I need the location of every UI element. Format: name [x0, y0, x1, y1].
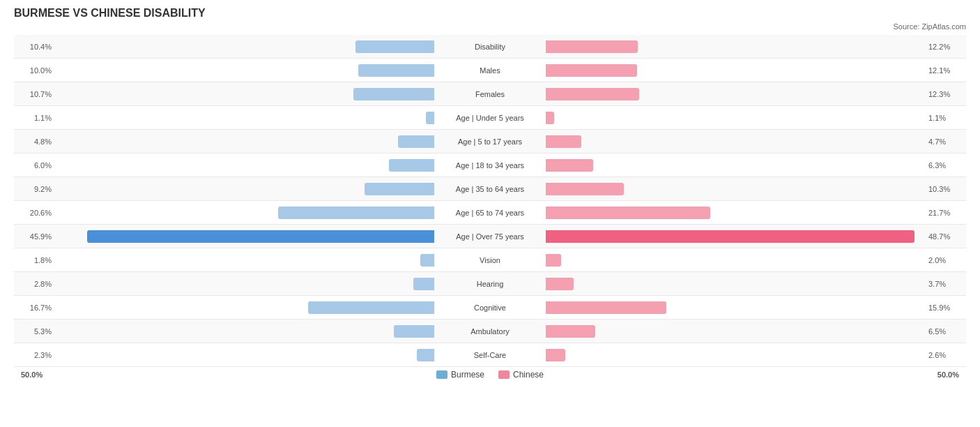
- bar-right-value: 6.5%: [924, 327, 966, 336]
- bar-left: [413, 278, 434, 290]
- bar-right-container: [546, 64, 924, 77]
- bar-right: [546, 278, 574, 290]
- chart-area: 10.4%Disability12.2%10.0%Males12.1%10.7%…: [14, 35, 966, 367]
- bar-right: [546, 112, 554, 124]
- bar-right-container: [546, 230, 924, 243]
- source-text: Source: ZipAtlas.com: [14, 22, 966, 31]
- bar-left-value: 45.9%: [14, 232, 56, 241]
- bar-left-container: [56, 88, 434, 100]
- bar-left: [389, 159, 434, 172]
- table-row: 16.7%Cognitive15.9%: [14, 296, 966, 320]
- bar-right: [546, 349, 565, 361]
- bar-right-container: [546, 88, 924, 100]
- bar-right-container: [546, 112, 924, 124]
- bar-left-value: 20.6%: [14, 209, 56, 217]
- bar-right-container: [546, 325, 924, 338]
- bar-right-value: 2.0%: [924, 256, 966, 264]
- bar-right-value: 6.3%: [924, 161, 966, 170]
- bar-label: Vision: [434, 256, 546, 264]
- bar-left: [394, 325, 434, 338]
- footer-left-value: 50.0%: [21, 370, 43, 379]
- bar-right-container: [546, 135, 924, 148]
- table-row: 10.4%Disability12.2%: [14, 35, 966, 59]
- table-row: 10.0%Males12.1%: [14, 59, 966, 82]
- burmese-legend-label: Burmese: [451, 370, 484, 380]
- table-row: 2.8%Hearing3.7%: [14, 272, 966, 296]
- bar-right-value: 12.1%: [924, 66, 966, 75]
- bar-right-value: 10.3%: [924, 185, 966, 193]
- bar-right-value: 12.2%: [924, 43, 966, 51]
- bar-right-container: [546, 349, 924, 361]
- chinese-legend-icon: [498, 370, 510, 379]
- bar-label: Hearing: [434, 280, 546, 288]
- bar-right: [546, 230, 914, 243]
- bar-left: [420, 254, 434, 267]
- bar-left-value: 1.1%: [14, 114, 56, 122]
- bar-right-value: 12.3%: [924, 90, 966, 98]
- bar-left: [365, 183, 434, 195]
- bar-right: [546, 325, 595, 338]
- burmese-legend-icon: [436, 370, 447, 379]
- bar-label: Females: [434, 90, 546, 98]
- bar-right-container: [546, 301, 924, 314]
- bar-left-value: 10.0%: [14, 66, 56, 75]
- bar-left-value: 9.2%: [14, 185, 56, 193]
- bar-left-container: [56, 64, 434, 77]
- bar-left-container: [56, 40, 434, 53]
- bar-label: Self-Care: [434, 351, 546, 359]
- bar-right-container: [546, 159, 924, 172]
- bar-left-value: 10.4%: [14, 43, 56, 51]
- table-row: 20.6%Age | 65 to 74 years21.7%: [14, 201, 966, 225]
- bar-label: Age | Over 75 years: [434, 232, 546, 241]
- bar-label: Age | 35 to 64 years: [434, 185, 546, 193]
- bar-left-container: [56, 183, 434, 195]
- bar-left-value: 4.8%: [14, 137, 56, 146]
- table-row: 2.3%Self-Care2.6%: [14, 343, 966, 367]
- bar-left: [358, 64, 434, 77]
- bar-left: [353, 88, 434, 100]
- bar-left-value: 10.7%: [14, 90, 56, 98]
- legend-burmese: Burmese: [436, 370, 484, 380]
- bar-right-container: [546, 278, 924, 290]
- bar-left: [308, 301, 434, 314]
- bar-left-value: 5.3%: [14, 327, 56, 336]
- bar-left-value: 2.3%: [14, 351, 56, 359]
- bar-left-container: [56, 278, 434, 290]
- table-row: 9.2%Age | 35 to 64 years10.3%: [14, 177, 966, 201]
- bar-right: [546, 40, 638, 53]
- bar-label: Age | 65 to 74 years: [434, 209, 546, 217]
- footer-right-value: 50.0%: [937, 370, 959, 379]
- bar-left: [426, 112, 434, 124]
- bar-left-container: [56, 325, 434, 338]
- bar-right-value: 2.6%: [924, 351, 966, 359]
- bar-left-value: 2.8%: [14, 280, 56, 288]
- bar-label: Age | 18 to 34 years: [434, 161, 546, 170]
- bar-left: [278, 207, 434, 219]
- bar-right: [546, 159, 593, 172]
- bar-right: [546, 135, 581, 148]
- chinese-legend-label: Chinese: [513, 370, 544, 380]
- bar-left: [355, 40, 434, 53]
- table-row: 4.8%Age | 5 to 17 years4.7%: [14, 130, 966, 153]
- bar-right-container: [546, 183, 924, 195]
- legend-chinese: Chinese: [498, 370, 544, 380]
- bar-left: [87, 230, 434, 243]
- chart-footer: 50.0% Burmese Chinese 50.0%: [14, 370, 966, 380]
- table-row: 1.1%Age | Under 5 years1.1%: [14, 106, 966, 130]
- table-row: 6.0%Age | 18 to 34 years6.3%: [14, 153, 966, 177]
- bar-label: Disability: [434, 43, 546, 51]
- bar-right: [546, 183, 624, 195]
- bar-left: [417, 349, 434, 361]
- bar-right-value: 15.9%: [924, 304, 966, 312]
- legend: Burmese Chinese: [43, 370, 937, 380]
- bar-right-value: 21.7%: [924, 209, 966, 217]
- table-row: 45.9%Age | Over 75 years48.7%: [14, 225, 966, 248]
- bar-right-value: 4.7%: [924, 137, 966, 146]
- bar-right: [546, 301, 666, 314]
- bar-right-value: 3.7%: [924, 280, 966, 288]
- bar-left-value: 16.7%: [14, 304, 56, 312]
- table-row: 1.8%Vision2.0%: [14, 248, 966, 272]
- bar-label: Cognitive: [434, 304, 546, 312]
- bar-right: [546, 207, 710, 219]
- bar-right: [546, 88, 639, 100]
